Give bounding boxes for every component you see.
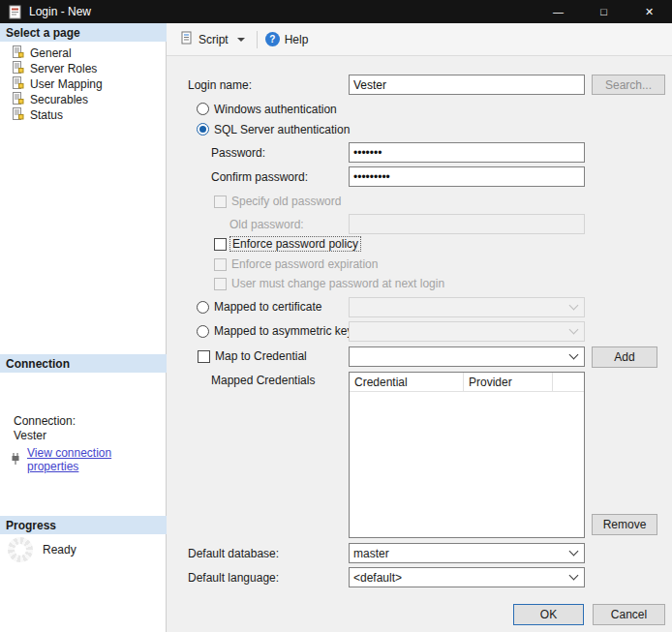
credential-combo[interactable] bbox=[349, 346, 585, 367]
connection-value: Vester bbox=[14, 429, 46, 442]
minimize-button[interactable]: — bbox=[535, 0, 581, 23]
remove-button[interactable]: Remove bbox=[592, 514, 657, 535]
default-language-label: Default language: bbox=[188, 571, 279, 585]
specify-old-password-label: Specify old password bbox=[231, 195, 341, 208]
sidebar-item-label: Server Roles bbox=[30, 62, 97, 75]
provider-column-header[interactable]: Provider bbox=[464, 373, 553, 391]
page-icon bbox=[12, 92, 24, 107]
connection-header: Connection bbox=[0, 354, 167, 373]
enforce-password-expiration-label: Enforce password expiration bbox=[231, 257, 378, 271]
confirm-password-input[interactable] bbox=[349, 166, 585, 187]
sidebar-item-user-mapping[interactable]: User Mapping bbox=[0, 76, 167, 92]
credential-column-header[interactable]: Credential bbox=[350, 373, 464, 391]
windows-auth-radio[interactable] bbox=[197, 103, 209, 115]
chevron-down-icon bbox=[569, 350, 579, 360]
connection-properties-icon bbox=[9, 452, 22, 468]
default-database-combo[interactable]: master bbox=[349, 543, 585, 563]
asymmetric-key-combo bbox=[349, 321, 585, 342]
maximize-button[interactable]: □ bbox=[581, 0, 626, 23]
help-icon: ? bbox=[265, 32, 280, 46]
sidebar-item-server-roles[interactable]: Server Roles bbox=[0, 61, 167, 76]
cancel-button[interactable]: Cancel bbox=[593, 604, 665, 625]
mapped-to-asymmetric-key-label: Mapped to asymmetric key bbox=[214, 324, 352, 338]
mapped-to-certificate-radio[interactable] bbox=[197, 301, 209, 314]
view-connection-properties-link[interactable]: View connection properties bbox=[27, 446, 166, 473]
page-icon bbox=[12, 45, 24, 61]
mapped-credentials-table[interactable]: Credential Provider bbox=[349, 372, 585, 538]
old-password-label: Old password: bbox=[229, 218, 304, 231]
certificate-combo bbox=[349, 297, 585, 317]
help-button[interactable]: ? Help bbox=[265, 32, 309, 46]
window-controls: — □ ✕ bbox=[535, 0, 672, 23]
default-database-value: master bbox=[353, 547, 389, 560]
confirm-password-label: Confirm password: bbox=[211, 170, 308, 184]
login-name-input[interactable] bbox=[349, 75, 585, 95]
app-icon bbox=[9, 5, 21, 19]
password-label: Password: bbox=[211, 146, 265, 160]
chevron-down-icon bbox=[569, 301, 579, 311]
enforce-password-expiration-checkbox bbox=[214, 258, 227, 271]
mapped-to-asymmetric-key-radio[interactable] bbox=[197, 325, 209, 338]
must-change-password-checkbox bbox=[214, 278, 227, 290]
enforce-password-policy-checkbox[interactable] bbox=[214, 238, 227, 251]
script-button[interactable]: Script bbox=[176, 28, 249, 50]
close-button[interactable]: ✕ bbox=[626, 0, 672, 23]
title-bar: Login - New — □ ✕ bbox=[0, 0, 672, 23]
script-icon bbox=[180, 31, 194, 47]
window-title: Login - New bbox=[29, 5, 535, 18]
select-a-page-header: Select a page bbox=[0, 23, 167, 42]
sql-auth-label: SQL Server authentication bbox=[214, 123, 350, 136]
help-button-label: Help bbox=[285, 33, 309, 46]
sidebar-item-label: General bbox=[30, 46, 72, 60]
must-change-password-label: User must change password at next login bbox=[231, 277, 444, 290]
specify-old-password-checkbox bbox=[214, 196, 227, 208]
sidebar-item-label: User Mapping bbox=[30, 77, 103, 91]
old-password-input bbox=[349, 214, 585, 234]
search-button[interactable]: Search... bbox=[592, 75, 665, 95]
sidebar-item-label: Status bbox=[30, 108, 63, 122]
enforce-password-policy-label: Enforce password policy bbox=[230, 237, 360, 251]
progress-spinner-icon bbox=[8, 537, 33, 562]
sidebar-item-general[interactable]: General bbox=[0, 45, 167, 61]
chevron-down-icon bbox=[569, 571, 579, 581]
script-dropdown-arrow-icon[interactable] bbox=[237, 38, 245, 42]
toolbar-separator bbox=[257, 31, 258, 48]
add-button[interactable]: Add bbox=[592, 346, 657, 368]
ok-button[interactable]: OK bbox=[513, 604, 584, 625]
default-database-label: Default database: bbox=[188, 547, 279, 560]
password-input[interactable] bbox=[349, 142, 585, 163]
windows-auth-label: Windows authentication bbox=[214, 103, 337, 116]
sql-auth-radio[interactable] bbox=[197, 123, 209, 135]
map-to-credential-checkbox[interactable] bbox=[198, 350, 210, 363]
credentials-table-header: Credential Provider bbox=[350, 373, 584, 392]
mapped-credentials-label: Mapped Credentials bbox=[211, 374, 315, 387]
default-language-value: <default> bbox=[353, 571, 402, 585]
sidebar-item-label: Securables bbox=[30, 93, 88, 106]
login-name-label: Login name: bbox=[188, 78, 252, 92]
page-icon bbox=[12, 61, 24, 76]
script-button-label: Script bbox=[199, 33, 229, 46]
chevron-down-icon bbox=[569, 325, 579, 335]
page-icon bbox=[12, 76, 24, 92]
default-language-combo[interactable]: <default> bbox=[349, 567, 585, 587]
progress-status: Ready bbox=[43, 543, 76, 557]
sidebar-item-securables[interactable]: Securables bbox=[0, 92, 167, 107]
chevron-down-icon bbox=[569, 547, 579, 557]
map-to-credential-label: Map to Credential bbox=[215, 349, 307, 363]
sidebar: Select a page General Server Roles User … bbox=[0, 23, 167, 632]
sidebar-item-status[interactable]: Status bbox=[0, 107, 167, 123]
mapped-to-certificate-label: Mapped to certificate bbox=[214, 300, 321, 314]
connection-label: Connection: bbox=[14, 414, 76, 428]
toolbar: Script ? Help bbox=[167, 23, 672, 56]
progress-header: Progress bbox=[0, 516, 167, 534]
page-icon bbox=[12, 107, 24, 123]
